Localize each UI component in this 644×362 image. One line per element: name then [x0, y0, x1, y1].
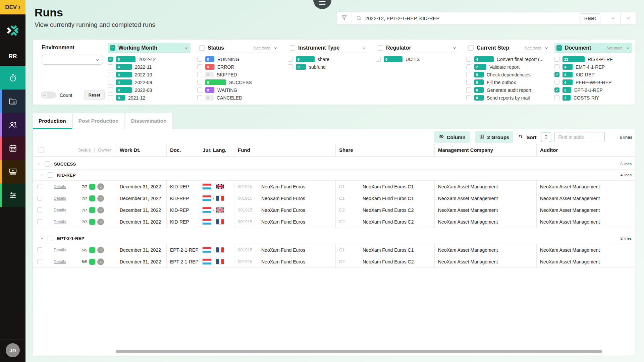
see-more-link[interactable]: See more	[254, 46, 270, 50]
chevron-down-icon[interactable]	[606, 15, 621, 21]
filter-header-checkbox[interactable]	[199, 45, 205, 51]
filter-item-checkbox[interactable]	[466, 80, 471, 85]
chevron-down-icon[interactable]	[37, 162, 41, 166]
chevron-down-icon[interactable]	[40, 173, 44, 177]
row-checkbox[interactable]	[37, 259, 42, 264]
horizontal-scrollbar[interactable]	[116, 350, 602, 353]
tab-production[interactable]: Production	[33, 113, 72, 129]
filter-item-checkbox[interactable]	[288, 64, 293, 69]
filter-item-checkbox[interactable]	[466, 57, 471, 62]
filter-item-checkbox[interactable]	[197, 80, 202, 85]
chevron-down-icon[interactable]	[452, 46, 457, 50]
details-link[interactable]: Details	[54, 208, 66, 213]
run-row[interactable]: Details7/7uDecember 31, 2022KID-REP-0019…	[33, 192, 635, 204]
filter-item-checkbox[interactable]	[108, 95, 113, 100]
sidebar-item-users[interactable]	[0, 113, 25, 136]
filter-item-checkbox[interactable]	[108, 72, 113, 77]
export-button[interactable]	[541, 132, 551, 142]
count-toggle[interactable]: 123	[41, 92, 56, 99]
filter-item-checkbox[interactable]	[466, 72, 471, 77]
find-in-table-input[interactable]	[554, 132, 605, 142]
filter-item-checkbox[interactable]	[108, 87, 113, 93]
see-more-link[interactable]: See more	[525, 46, 541, 50]
row-checkbox[interactable]	[37, 247, 42, 252]
run-row[interactable]: Details7/7uDecember 31, 2022KID-REP-0019…	[33, 216, 635, 228]
chevron-down-icon[interactable]	[621, 15, 636, 21]
run-row[interactable]: Details5/5uDecember 31, 2022EPT-2-1-REP-…	[33, 244, 635, 256]
menu-tab[interactable]	[313, 0, 331, 9]
chevron-down-icon[interactable]	[40, 236, 44, 240]
sidebar-item-folders[interactable]	[0, 89, 25, 113]
chevron-down-icon[interactable]	[273, 46, 278, 50]
column-button[interactable]: Column	[434, 131, 470, 143]
row-checkbox[interactable]	[37, 196, 42, 201]
details-link[interactable]: Details	[54, 220, 66, 224]
filter-item-checkbox[interactable]	[466, 87, 471, 93]
filter-header-checkbox[interactable]	[110, 45, 115, 51]
environment-select[interactable]	[41, 55, 103, 65]
details-link[interactable]: Details	[54, 248, 66, 252]
column-header-status[interactable]: Status	[78, 147, 91, 153]
filter-item-checkbox[interactable]	[197, 72, 202, 77]
row-checkbox[interactable]	[37, 184, 42, 189]
filter-item-checkbox[interactable]	[108, 64, 113, 69]
details-link[interactable]: Details	[54, 259, 66, 264]
filter-item-checkbox[interactable]	[376, 57, 381, 62]
chevron-down-icon[interactable]	[362, 46, 366, 50]
group-row[interactable]: KID-REP4 lines	[33, 170, 635, 181]
sidebar-item-calendar[interactable]	[0, 136, 25, 160]
filter-item-checkbox[interactable]	[197, 87, 202, 93]
see-more-link[interactable]: See more	[606, 46, 623, 50]
column-header-auditor[interactable]: Auditor	[536, 144, 635, 156]
sort-button[interactable]: Sort	[518, 134, 536, 140]
user-avatar[interactable]: JD	[6, 343, 20, 357]
filter-item-checkbox[interactable]	[554, 95, 559, 100]
column-header-work-dt[interactable]: Work Dt.	[116, 144, 166, 156]
sidebar-item-settings[interactable]	[0, 183, 25, 207]
group-row[interactable]: EPT-2-1-REP2 lines	[33, 233, 635, 244]
group-checkbox[interactable]	[48, 236, 53, 241]
column-header-fund[interactable]: Fund	[234, 144, 335, 156]
filter-item-checkbox[interactable]	[288, 57, 293, 62]
run-row[interactable]: Details7/7uDecember 31, 2022KID-REP-0019…	[33, 181, 635, 192]
chevron-down-icon[interactable]	[184, 46, 189, 50]
column-header-mgmt[interactable]: Management Company	[434, 144, 536, 156]
sidebar-item-runs[interactable]	[0, 66, 25, 89]
group-checkbox[interactable]	[45, 161, 50, 167]
column-header-owner[interactable]: Owner	[98, 147, 111, 153]
filter-item-checkbox[interactable]	[108, 57, 113, 62]
chevron-down-icon[interactable]	[544, 46, 549, 50]
filter-funnel-button[interactable]	[337, 12, 352, 24]
filter-item-checkbox[interactable]	[197, 64, 202, 69]
filter-header-checkbox[interactable]	[290, 45, 295, 51]
row-checkbox[interactable]	[37, 219, 42, 224]
run-row[interactable]: Details7/7uDecember 31, 2022KID-REP-0019…	[33, 204, 635, 216]
environment-badge[interactable]: DEV ›	[0, 0, 25, 14]
filter-item-checkbox[interactable]	[554, 72, 559, 77]
filter-item-checkbox[interactable]	[108, 80, 113, 85]
column-header-doc[interactable]: Doc.	[166, 144, 199, 156]
search-input[interactable]	[365, 15, 580, 21]
details-link[interactable]: Details	[54, 196, 66, 201]
filter-item-checkbox[interactable]	[554, 57, 559, 62]
group-checkbox[interactable]	[48, 172, 53, 178]
filter-item-checkbox[interactable]	[554, 64, 559, 69]
row-checkbox[interactable]	[37, 207, 42, 213]
filter-item-checkbox[interactable]	[466, 95, 471, 100]
column-header-share[interactable]: Share	[335, 144, 434, 156]
search-reset-button[interactable]: Reset	[580, 13, 600, 23]
filter-item-checkbox[interactable]	[197, 95, 202, 100]
filter-item-checkbox[interactable]	[554, 87, 559, 93]
groups-button[interactable]: 2 Groups	[475, 131, 514, 143]
details-link[interactable]: Details	[54, 184, 66, 189]
tab-post-production[interactable]: Post Production	[73, 113, 124, 129]
filter-header-checkbox[interactable]	[378, 45, 383, 51]
filter-header-checkbox[interactable]	[468, 45, 474, 51]
filter-item-checkbox[interactable]	[197, 57, 202, 62]
filters-reset-button[interactable]: Reset	[84, 90, 105, 100]
filter-item-checkbox[interactable]	[466, 64, 471, 69]
sidebar-item-payments[interactable]	[0, 160, 25, 183]
column-header-jur-lang[interactable]: Jur. Lang.	[199, 144, 234, 156]
filter-header-checkbox[interactable]	[556, 45, 562, 51]
group-row[interactable]: SUCCESS6 lines	[33, 159, 635, 170]
